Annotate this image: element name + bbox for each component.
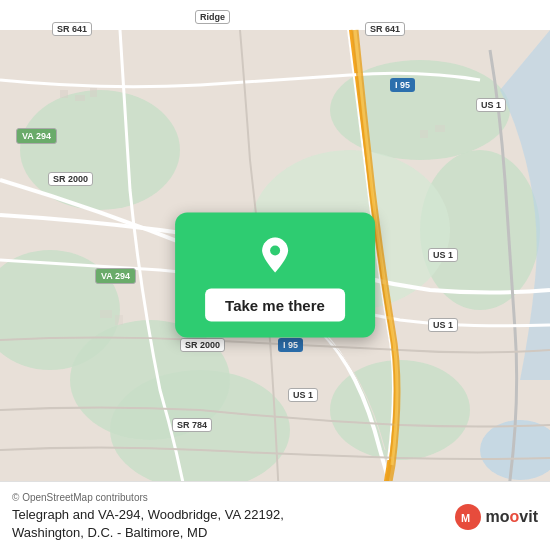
us1-label-top: US 1 bbox=[476, 98, 506, 112]
map-container: Ridge SR 641 SR 641 I 95 US 1 VA 294 SR … bbox=[0, 0, 550, 550]
svg-rect-16 bbox=[115, 315, 123, 325]
svg-point-18 bbox=[270, 246, 280, 256]
svg-rect-15 bbox=[100, 310, 112, 318]
svg-text:M: M bbox=[461, 512, 470, 524]
ridge-label: Ridge bbox=[195, 10, 230, 24]
sr784-label: SR 784 bbox=[172, 418, 212, 432]
sr641-label-right: SR 641 bbox=[365, 22, 405, 36]
city-line: Washington, D.C. - Baltimore, MD bbox=[12, 524, 444, 542]
take-me-there-button[interactable]: Take me there bbox=[205, 289, 345, 322]
va294-label-center: VA 294 bbox=[95, 268, 136, 284]
svg-rect-10 bbox=[60, 90, 68, 98]
us1-label-mid1: US 1 bbox=[428, 248, 458, 262]
i95-label-lower: I 95 bbox=[278, 338, 303, 352]
sr641-label-left: SR 641 bbox=[52, 22, 92, 36]
us1-label-mid2: US 1 bbox=[428, 318, 458, 332]
location-pin-icon bbox=[253, 233, 297, 277]
svg-rect-14 bbox=[435, 125, 445, 132]
take-me-there-overlay: Take me there bbox=[175, 213, 375, 338]
moovit-logo-icon: M bbox=[454, 503, 482, 531]
svg-rect-11 bbox=[75, 95, 85, 101]
copyright-text: © OpenStreetMap contributors bbox=[12, 492, 444, 503]
moovit-logo-text: moovit bbox=[486, 508, 538, 526]
i95-label-top: I 95 bbox=[390, 78, 415, 92]
location-card: Take me there bbox=[175, 213, 375, 338]
svg-rect-13 bbox=[420, 130, 428, 138]
address-line: Telegraph and VA-294, Woodbridge, VA 221… bbox=[12, 506, 444, 524]
va294-label-left: VA 294 bbox=[16, 128, 57, 144]
info-text: © OpenStreetMap contributors Telegraph a… bbox=[12, 492, 444, 542]
us1-label-lower: US 1 bbox=[288, 388, 318, 402]
svg-rect-12 bbox=[90, 88, 97, 97]
moovit-logo: M moovit bbox=[454, 503, 538, 531]
sr2000-label-left: SR 2000 bbox=[48, 172, 93, 186]
info-bar: © OpenStreetMap contributors Telegraph a… bbox=[0, 481, 550, 550]
sr2000-label-right: SR 2000 bbox=[180, 338, 225, 352]
